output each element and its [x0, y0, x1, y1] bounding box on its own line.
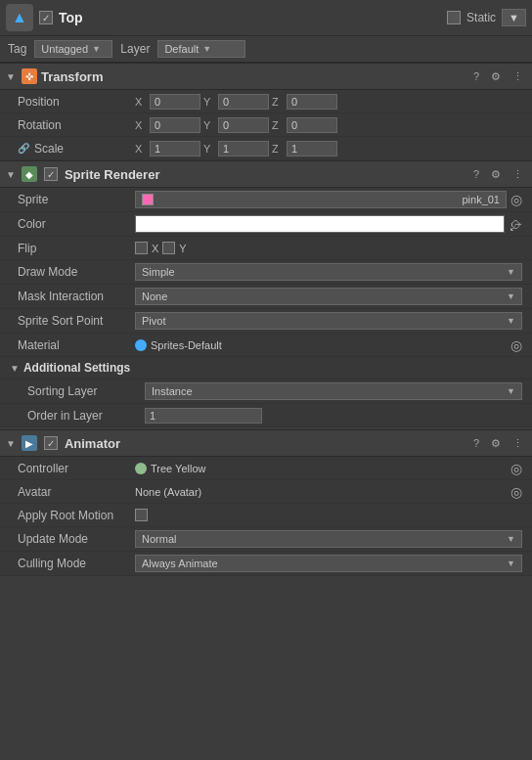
eyedropper-icon[interactable]: ⌮	[509, 216, 522, 232]
animator-settings-icon[interactable]: ⚙	[488, 436, 504, 451]
culling-mode-value: Always Animate ▼	[135, 555, 522, 572]
tag-layer-row: Tag Untagged ▼ Layer Default ▼	[0, 36, 532, 63]
order-in-layer-value	[145, 408, 522, 424]
sprite-renderer-title: Sprite Renderer	[65, 167, 466, 182]
flip-y-label: Y	[179, 243, 186, 254]
mask-interaction-row: Mask Interaction None ▼	[0, 285, 532, 309]
sprite-renderer-settings-icon[interactable]: ⚙	[488, 167, 504, 182]
animator-section-header[interactable]: ▼ ▶ Animator ? ⚙ ⋮	[0, 429, 532, 457]
tag-dropdown[interactable]: Untagged ▼	[34, 40, 112, 58]
update-mode-dropdown[interactable]: Normal ▼	[135, 530, 522, 548]
controller-field[interactable]: Tree Yellow	[135, 463, 507, 474]
sprite-renderer-more-icon[interactable]: ⋮	[510, 167, 526, 182]
rotation-xyz-group: X Y Z	[135, 117, 522, 133]
apply-root-motion-checkbox[interactable]	[135, 509, 148, 521]
static-dropdown-btn[interactable]: ▼	[502, 9, 526, 26]
sorting-layer-dropdown[interactable]: Instance ▼	[145, 382, 522, 400]
sprite-target-icon[interactable]: ◎	[510, 192, 522, 207]
scale-xyz-group: X Y Z	[135, 141, 522, 156]
scale-z-input[interactable]	[287, 141, 337, 156]
additional-settings-header[interactable]: ▼ Additional Settings	[0, 357, 532, 380]
sprite-renderer-section-header[interactable]: ▼ ◆ Sprite Renderer ? ⚙ ⋮	[0, 160, 532, 188]
sprite-renderer-controls: ? ⚙ ⋮	[470, 167, 526, 182]
animator-controls: ? ⚙ ⋮	[470, 436, 526, 451]
static-checkbox[interactable]	[447, 11, 461, 24]
update-mode-row: Update Mode Normal ▼	[0, 527, 532, 552]
culling-mode-dropdown[interactable]: Always Animate ▼	[135, 555, 522, 572]
mask-interaction-label: Mask Interaction	[18, 290, 135, 303]
material-row: Material Sprites-Default ◎	[0, 334, 532, 357]
sprite-thumbnail	[142, 194, 154, 205]
material-field[interactable]: Sprites-Default	[135, 339, 507, 351]
tag-value: Untagged	[41, 43, 88, 55]
layer-dropdown[interactable]: Default ▼	[157, 40, 245, 58]
transform-more-icon[interactable]: ⋮	[510, 69, 526, 84]
position-x-label: X	[135, 96, 147, 108]
animator-title: Animator	[65, 436, 466, 451]
scale-x-input[interactable]	[150, 141, 200, 156]
rotation-z-input[interactable]	[287, 117, 337, 133]
transform-help-icon[interactable]: ?	[470, 69, 482, 83]
transform-controls: ? ⚙ ⋮	[470, 69, 526, 84]
color-value: ⌮	[135, 215, 522, 233]
transform-title: Transform	[41, 69, 466, 84]
static-label: Static	[466, 11, 496, 24]
material-value: Sprites-Default ◎	[135, 337, 522, 353]
position-z-input[interactable]	[287, 94, 337, 110]
flip-y-checkbox[interactable]	[162, 242, 175, 254]
sprite-renderer-active-checkbox[interactable]	[44, 167, 58, 181]
additional-settings-title: Additional Settings	[23, 361, 130, 375]
transform-section-header[interactable]: ▼ ✜ Transform ? ⚙ ⋮	[0, 63, 532, 90]
sprite-renderer-help-icon[interactable]: ?	[470, 167, 482, 181]
avatar-name: None (Avatar)	[135, 486, 507, 498]
sprite-sort-point-row: Sprite Sort Point Pivot ▼	[0, 309, 532, 334]
additional-settings-arrow: ▼	[10, 363, 20, 374]
sprite-field[interactable]: pink_01	[135, 191, 507, 208]
transform-collapse-arrow: ▼	[6, 71, 16, 82]
layer-value: Default	[164, 43, 199, 55]
rotation-x-input[interactable]	[150, 117, 200, 133]
material-target-icon[interactable]: ◎	[510, 337, 522, 353]
flip-x-checkbox[interactable]	[135, 242, 148, 254]
rotation-y-input[interactable]	[218, 117, 269, 133]
controller-name: Tree Yellow	[151, 463, 507, 474]
sprite-sort-point-dropdown[interactable]: Pivot ▼	[135, 312, 522, 330]
sprite-name: pink_01	[462, 194, 500, 205]
apply-root-motion-row: Apply Root Motion	[0, 504, 532, 527]
color-field[interactable]	[135, 215, 505, 233]
sorting-layer-row: Sorting Layer Instance ▼	[0, 380, 532, 404]
material-name: Sprites-Default	[151, 339, 507, 351]
object-active-checkbox[interactable]	[39, 11, 53, 24]
scale-y-input[interactable]	[218, 141, 269, 156]
sprite-renderer-icon: ◆	[22, 166, 37, 182]
flip-row: Flip X Y	[0, 237, 532, 260]
flip-x-label: X	[152, 243, 158, 254]
sprite-sort-point-arrow: ▼	[507, 316, 515, 326]
material-dot	[135, 339, 147, 351]
unity-logo: ▲	[6, 4, 33, 31]
draw-mode-value: Simple ▼	[135, 263, 522, 281]
position-y-input[interactable]	[218, 94, 269, 110]
animator-active-checkbox[interactable]	[44, 436, 58, 450]
animator-more-icon[interactable]: ⋮	[510, 436, 526, 451]
mask-interaction-dropdown[interactable]: None ▼	[135, 288, 522, 305]
order-in-layer-input[interactable]	[145, 408, 262, 424]
avatar-field[interactable]: None (Avatar)	[135, 486, 507, 498]
position-x-input[interactable]	[150, 94, 200, 110]
tag-dropdown-arrow: ▼	[92, 44, 101, 54]
draw-mode-arrow: ▼	[507, 267, 515, 277]
draw-mode-dropdown[interactable]: Simple ▼	[135, 263, 522, 281]
scale-y-label: Y	[203, 143, 215, 155]
position-label: Position	[18, 95, 135, 109]
avatar-target-icon[interactable]: ◎	[510, 484, 522, 500]
draw-mode-text: Simple	[142, 266, 175, 278]
sorting-layer-label: Sorting Layer	[27, 384, 145, 398]
sorting-layer-value: Instance ▼	[145, 382, 522, 400]
avatar-value: None (Avatar) ◎	[135, 484, 522, 500]
controller-target-icon[interactable]: ◎	[510, 461, 522, 476]
avatar-label: Avatar	[18, 485, 135, 499]
transform-icon: ✜	[22, 68, 37, 84]
animator-help-icon[interactable]: ?	[470, 436, 482, 450]
layer-label: Layer	[120, 42, 150, 56]
transform-settings-icon[interactable]: ⚙	[488, 69, 504, 84]
